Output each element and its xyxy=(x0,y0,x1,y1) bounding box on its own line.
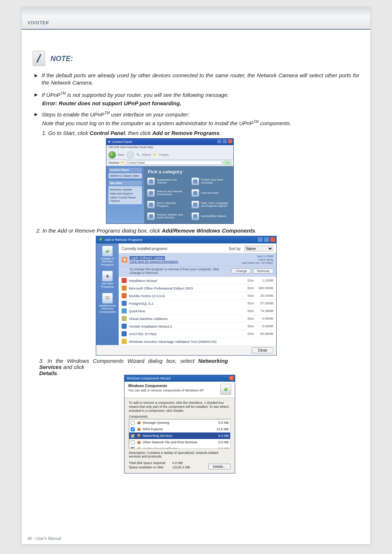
component-size: 0.0 MB xyxy=(213,421,229,424)
back-button[interactable] xyxy=(109,151,116,159)
arp-program-row[interactable]: Windows Genuine Advantage Validation Too… xyxy=(119,338,276,345)
component-checkbox[interactable] xyxy=(131,427,135,431)
close-button[interactable]: Close xyxy=(252,347,273,353)
svg-rect-4 xyxy=(149,202,153,206)
component-size: 13.5 MB xyxy=(213,427,229,431)
arp-program-row[interactable]: Vivotek Installation Wizard 2Size5.50MB xyxy=(119,323,276,330)
wcw-header-bold: Windows Components xyxy=(128,384,167,388)
program-icon xyxy=(122,316,127,321)
component-icon: 📦 xyxy=(136,433,141,438)
program-icon xyxy=(122,286,127,291)
cp-category[interactable]: Network and Internet Connections xyxy=(147,189,186,197)
text: is not supported by your router, you wil… xyxy=(66,92,229,98)
change-button[interactable]: Change xyxy=(232,268,251,274)
minimize-button[interactable] xyxy=(217,139,222,144)
category-icon xyxy=(147,212,155,220)
arp-program-row[interactable]: Installation WizardSize1.10MB xyxy=(119,277,276,284)
cp-category[interactable]: Appearance and Themes xyxy=(147,177,186,185)
cp-heading: Pick a category xyxy=(148,169,230,175)
arp-side-button[interactable]: 🧩Change or Remove Programs xyxy=(97,246,118,266)
side-icon: ➕ xyxy=(102,271,113,282)
maximize-button[interactable] xyxy=(222,139,227,144)
forward-button[interactable] xyxy=(127,151,134,159)
sidebar-link[interactable]: Other Control Panel Options xyxy=(110,196,140,202)
program-icon xyxy=(122,324,127,329)
arp-side-button[interactable]: ➕Add New Programs xyxy=(97,271,118,288)
apple-icon: ★ xyxy=(122,257,127,263)
sidebar-head-2: See Also xyxy=(109,181,142,185)
components-icon: 🧩 xyxy=(220,384,231,395)
sidebar-links: Windows UpdateHelp and SupportOther Cont… xyxy=(109,186,142,204)
content: NOTE: ► If the default ports are already… xyxy=(22,29,370,477)
search-icon[interactable]: 🔍 xyxy=(136,153,140,156)
arp-side-button[interactable]: 🪟Add/Remove Windows Components xyxy=(97,293,118,313)
page-footer: 60 - User's Manual xyxy=(28,536,61,541)
component-item[interactable]: 📦Message Queuing0.0 MB xyxy=(129,419,230,426)
text-bold: Details xyxy=(39,370,57,376)
arp-program-list: Installation WizardSize1.10MBMicrosoft O… xyxy=(119,277,276,345)
wcw-description: Description: Contains a variety of speci… xyxy=(129,451,230,458)
bullet-3: ► Steps to enable the UPnPTM user interf… xyxy=(33,111,359,118)
program-icon xyxy=(122,293,127,298)
component-checkbox[interactable] xyxy=(131,440,135,444)
component-checkbox[interactable] xyxy=(131,447,135,449)
component-item[interactable]: 📦MSN Explorer13.5 MB xyxy=(129,426,230,432)
component-name: Update Root Certificates xyxy=(143,447,211,449)
cp-category[interactable]: User Accounts xyxy=(191,189,230,197)
component-item[interactable]: 📦Networking Services0.3 MB xyxy=(129,432,230,439)
bullet-1-text: If the default ports are already used by… xyxy=(42,72,359,87)
go-button[interactable]: Go xyxy=(224,161,231,165)
category-icon xyxy=(191,201,199,209)
cp-category[interactable]: Add or Remove Programs xyxy=(147,201,186,209)
sidebar-link[interactable]: Windows Update xyxy=(110,188,140,191)
arp-program-row[interactable]: Virtual Machine AdditionsSize0.90MB xyxy=(119,315,276,323)
text: Steps to enable the UPnP xyxy=(42,111,105,118)
arp-sidebar: 🧩Change or Remove Programs➕Add New Progr… xyxy=(96,243,119,345)
minimize-button[interactable] xyxy=(257,237,263,242)
component-icon: 📦 xyxy=(136,420,141,425)
text: 2. In the Add or Remove Programs dialog … xyxy=(36,227,162,234)
component-checkbox[interactable] xyxy=(131,434,135,438)
text: . xyxy=(219,130,221,136)
sidebar-link-classic[interactable]: Switch to Classic View xyxy=(109,173,142,178)
arp-program-row[interactable]: QuickTimeSize74.39MB xyxy=(119,307,276,315)
component-size: 0.0 MB xyxy=(213,440,229,444)
maximize-button[interactable] xyxy=(264,237,269,242)
cp-category[interactable]: Date, Time, Language, and Regional Optio… xyxy=(191,201,230,209)
sidebar-link[interactable]: Help and Support xyxy=(110,192,140,195)
svg-rect-0 xyxy=(149,179,153,183)
close-button[interactable] xyxy=(270,237,275,242)
component-icon: 📦 xyxy=(136,440,141,445)
arp-program-row[interactable]: PostgreSQL 8.2Size57.50MB xyxy=(119,300,276,307)
arp-support-link[interactable]: Click here for support information. xyxy=(130,260,179,263)
step-3: 3. In the Windows Components Wizard dial… xyxy=(39,358,228,376)
cp-menubar[interactable]: File Edit View Favorites Tools Help xyxy=(106,145,233,150)
component-checkbox[interactable] xyxy=(131,421,135,425)
component-item[interactable]: 📦Other Network File and Print Services0.… xyxy=(129,439,230,446)
close-button[interactable]: × xyxy=(229,376,234,381)
text: 1. Go to Start, click xyxy=(42,130,90,136)
arp-top: Currently installed programs: Sort by: N… xyxy=(119,243,276,253)
remove-button[interactable]: Remove xyxy=(253,268,273,274)
component-item[interactable]: 📦Update Root Certificates0.0 MB xyxy=(129,446,230,449)
cp-category[interactable]: Printers and Other Hardware xyxy=(191,177,230,185)
close-button[interactable] xyxy=(228,139,233,144)
arp-program-row[interactable]: Mozilla Firefox (2.0.0.6)Size20.34MB xyxy=(119,292,276,300)
arp-program-row[interactable]: Microsoft Office Professional Edition 20… xyxy=(119,284,276,292)
details-button[interactable]: Details... xyxy=(208,464,230,469)
cp-category[interactable]: Accessibility Options xyxy=(191,212,230,220)
arp-footer: Close xyxy=(96,345,276,356)
window-icon: ⚙ xyxy=(108,140,111,144)
arp-sort-select[interactable]: Name xyxy=(244,246,273,251)
text-bold: Add/Remove Windows Components xyxy=(162,227,255,234)
svg-rect-6 xyxy=(149,214,153,218)
side-icon: 🧩 xyxy=(102,246,113,257)
arp-program-row[interactable]: VIVOTEK ST7501Size66.98MB xyxy=(119,330,276,338)
category-icon xyxy=(147,177,155,185)
component-name: MSN Explorer xyxy=(143,427,211,431)
cp-category[interactable]: Sounds, Speech, and Audio Devices xyxy=(147,212,186,220)
address-value[interactable]: Control Panel xyxy=(126,161,222,165)
folders-icon[interactable]: 📁 xyxy=(153,153,157,156)
cp-categories: Appearance and ThemesPrinters and Other … xyxy=(147,177,230,224)
arp-selected-program[interactable]: ★ Apple Software Update Click here for s… xyxy=(119,253,276,266)
